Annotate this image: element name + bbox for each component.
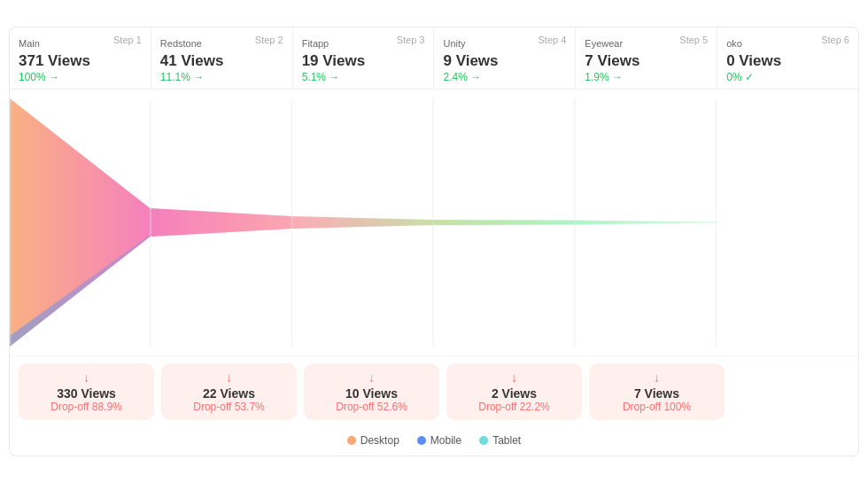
- dropoff-cell-2: ↓ 22 Views Drop-off 53.7%: [161, 363, 297, 420]
- step-views-6: 0 Views: [726, 52, 849, 70]
- step-name-2: Redstone Step 2: [160, 35, 283, 51]
- dropoff-cell-4: ↓ 2 Views Drop-off 22.2%: [446, 363, 582, 420]
- dropoff-cell-1: ↓ 330 Views Drop-off 88.9%: [19, 363, 154, 420]
- step-views-5: 7 Views: [585, 52, 708, 70]
- funnel-area: Main Step 1 371 Views 100% → Redstone St…: [10, 27, 858, 456]
- legend-dot-desktop: [347, 436, 356, 445]
- step-col-3: Fitapp Step 3 19 Views 5.1% →: [293, 27, 435, 89]
- legend-item-mobile: Mobile: [417, 434, 461, 447]
- legend-label-mobile: Mobile: [430, 434, 461, 447]
- step-views-1: 371 Views: [19, 52, 142, 70]
- svg-rect-0: [10, 98, 12, 347]
- legend-label-tablet: Tablet: [492, 434, 521, 447]
- step-pct-2: 11.1% →: [160, 71, 283, 83]
- funnel-chart: Main Step 1 371 Views 100% → Redstone St…: [9, 27, 859, 456]
- step-views-2: 41 Views: [160, 52, 283, 70]
- dropoff-views-2: 22 Views: [170, 386, 288, 401]
- step-col-5: Eyewear Step 5 7 Views 1.9% →: [576, 27, 717, 89]
- legend-label-desktop: Desktop: [360, 434, 399, 447]
- dropoff-views-1: 330 Views: [27, 386, 145, 401]
- dropoff-pct-2: Drop-off 53.7%: [170, 401, 288, 413]
- dropoff-pct-4: Drop-off 22.2%: [455, 401, 573, 413]
- dropoff-arrow-1: ↓: [27, 370, 145, 385]
- step-pct-5: 1.9% →: [585, 71, 708, 83]
- dropoff-pct-1: Drop-off 88.9%: [27, 401, 145, 413]
- svg-rect-2: [291, 98, 292, 347]
- legend: Desktop Mobile Tablet: [10, 427, 858, 456]
- step-pct-6: 0% ✓: [726, 71, 849, 83]
- legend-item-tablet: Tablet: [479, 434, 521, 447]
- dropoff-pct-5: Drop-off 100%: [598, 401, 716, 413]
- svg-rect-5: [715, 98, 717, 347]
- dropoff-cell-3: ↓ 10 Views Drop-off 52.6%: [304, 363, 439, 420]
- funnel-visualization: [10, 90, 858, 355]
- step-col-2: Redstone Step 2 41 Views 11.1% →: [151, 27, 293, 89]
- dropoff-arrow-2: ↓: [170, 370, 288, 385]
- step-pct-3: 5.1% →: [302, 71, 425, 83]
- step-views-4: 9 Views: [443, 52, 566, 70]
- svg-rect-3: [432, 98, 434, 347]
- legend-dot-mobile: [417, 436, 426, 445]
- dropoff-cell-5: ↓ 7 Views Drop-off 100%: [589, 363, 725, 420]
- dropoff-arrow-4: ↓: [455, 370, 573, 385]
- step-name-1: Main Step 1: [19, 35, 142, 51]
- step-pct-1: 100% →: [19, 71, 142, 83]
- step-col-4: Unity Step 4 9 Views 2.4% →: [434, 27, 576, 89]
- steps-header: Main Step 1 371 Views 100% → Redstone St…: [10, 27, 858, 90]
- dropoff-cell-empty: [732, 363, 849, 420]
- dropoff-arrow-5: ↓: [598, 370, 716, 385]
- step-name-6: oko Step 6: [726, 35, 849, 51]
- step-pct-4: 2.4% →: [443, 71, 566, 83]
- dropoff-pct-3: Drop-off 52.6%: [313, 401, 430, 413]
- dropoff-views-5: 7 Views: [598, 386, 716, 401]
- step-name-3: Fitapp Step 3: [302, 35, 425, 51]
- legend-dot-tablet: [479, 436, 488, 445]
- dropoff-views-4: 2 Views: [455, 386, 573, 401]
- step-col-1: Main Step 1 371 Views 100% →: [10, 27, 151, 89]
- step-views-3: 19 Views: [302, 52, 425, 70]
- step-name-5: Eyewear Step 5: [585, 35, 708, 51]
- dropoff-views-3: 10 Views: [313, 386, 430, 401]
- step-col-6: oko Step 6 0 Views 0% ✓: [717, 27, 858, 89]
- dropoff-row: ↓ 330 Views Drop-off 88.9% ↓ 22 Views Dr…: [10, 355, 858, 427]
- dropoff-arrow-3: ↓: [313, 370, 430, 385]
- svg-rect-4: [574, 98, 576, 347]
- svg-rect-1: [150, 98, 151, 347]
- step-name-4: Unity Step 4: [443, 35, 566, 51]
- legend-item-desktop: Desktop: [347, 434, 399, 447]
- funnel-svg: [10, 90, 858, 355]
